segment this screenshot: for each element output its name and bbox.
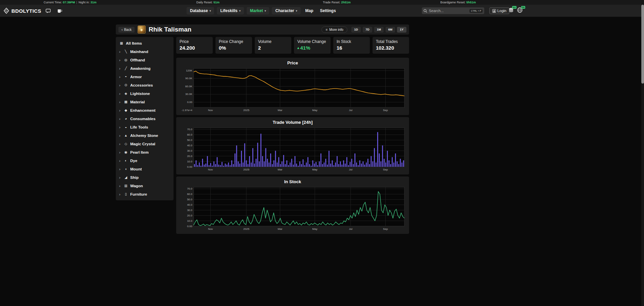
chevron-right-icon: › — [119, 50, 121, 54]
mount-icon: ◖ — [123, 167, 128, 171]
sidebar-item-alchemy-stone[interactable]: ›▲Alchemy Stone — [116, 131, 174, 140]
accessories-icon: ⊙ — [123, 83, 128, 87]
alchemy-stone-icon: ▲ — [123, 134, 128, 137]
svg-text:Nov: Nov — [208, 109, 213, 112]
sidebar-item-wagon[interactable]: ›▥Wagon — [116, 182, 174, 190]
stat-value: 2 — [258, 45, 288, 51]
svg-text:120K: 120K — [186, 69, 192, 72]
sidebar-item-life-tools[interactable]: ›◒Life Tools — [116, 123, 174, 131]
sidebar-item-lightstone[interactable]: ›◈Lightstone — [116, 89, 174, 98]
range-button-1d[interactable]: 1D — [351, 27, 361, 33]
svg-text:Sep: Sep — [383, 168, 388, 171]
sidebar-item-dye[interactable]: ›◐Dye — [116, 156, 174, 165]
search-icon — [424, 9, 427, 13]
sidebar-item-magic-crystal[interactable]: ›◇Magic Crystal — [116, 140, 174, 148]
region-selector[interactable]: NA — [508, 7, 515, 14]
nav-item-map[interactable]: Map — [303, 7, 315, 14]
login-button[interactable]: Login — [489, 7, 509, 14]
sidebar-item-mainhand[interactable]: ›╲Mainhand — [116, 47, 174, 56]
price-chart-panel: PriceNov2025MarMayJulSep120K90.0K60.0K30… — [176, 58, 409, 115]
price-chart-title: Price — [179, 59, 406, 67]
stats-row: Price24.200Price Change0%Volume2Volume C… — [176, 37, 409, 54]
mainhand-icon: ╲ — [123, 50, 128, 53]
svg-text:70.0: 70.0 — [187, 128, 192, 131]
sidebar-item-offhand[interactable]: ›◎Offhand — [116, 56, 174, 64]
nav-item-settings[interactable]: Settings — [318, 7, 338, 14]
page-title: Rhik Talisman — [149, 26, 191, 33]
chevron-right-icon: › — [119, 100, 121, 104]
chevron-right-icon: › — [119, 83, 121, 87]
nav-item-lifeskills[interactable]: Lifeskills▾ — [217, 7, 244, 14]
wagon-icon: ▥ — [123, 184, 128, 188]
sidebar-item-material[interactable]: ›▩Material — [116, 98, 174, 106]
svg-text:10.0: 10.0 — [187, 219, 192, 222]
search-input[interactable] — [429, 9, 468, 13]
sidebar-item-mount[interactable]: ›◖Mount — [116, 165, 174, 173]
sidebar-item-label: Consumables — [130, 117, 155, 121]
sidebar-item-enhancement[interactable]: ›◆Enhancement — [116, 106, 174, 114]
svg-text:May: May — [312, 168, 317, 171]
sidebar-item-accessories[interactable]: ›⊙Accessories — [116, 81, 174, 89]
chevron-left-icon: ‹ — [121, 28, 123, 32]
svg-text:90.0K: 90.0K — [185, 77, 193, 80]
stat-label: In Stock — [337, 39, 366, 44]
more-info-button[interactable]: ≡ More info — [321, 27, 347, 33]
range-button-1y[interactable]: 1Y — [397, 27, 406, 33]
life-tools-icon: ◒ — [123, 125, 128, 129]
awakening-icon: ╱ — [123, 66, 128, 70]
scrollbar-thumb[interactable] — [641, 5, 644, 84]
sidebar-item-all-items[interactable]: ▦All Items — [116, 39, 174, 47]
sidebar-item-label: Magic Crystal — [130, 142, 155, 146]
sidebar-item-consumables[interactable]: ›◕Consumables — [116, 114, 174, 123]
header-actions: ≡ More info 1D7D1M6M1Y — [321, 27, 406, 33]
armor-icon: ◓ — [123, 75, 128, 79]
coffee-icon-button[interactable] — [55, 7, 64, 14]
material-icon: ▩ — [123, 100, 128, 104]
status-bar: Current Time: 07:39PM|Night in: 31mDaily… — [0, 0, 644, 5]
stat-label: Price Change — [219, 39, 249, 44]
sidebar-item-armor[interactable]: ›◓Armor — [116, 72, 174, 81]
sidebar-item-label: Offhand — [130, 58, 145, 62]
range-button-1m[interactable]: 1M — [374, 27, 384, 33]
language-badge: EN — [521, 6, 525, 9]
bdolytics-logo — [3, 8, 9, 14]
chevron-right-icon: › — [119, 192, 121, 196]
sidebar-item-awakening[interactable]: ›╱Awakening — [116, 64, 174, 72]
layers-icon: ≡ — [326, 28, 328, 32]
stat-card-volume: Volume2 — [255, 37, 291, 54]
language-selector[interactable]: EN — [517, 7, 524, 14]
region-badge: NA — [512, 6, 516, 9]
search-box[interactable]: CTRL + P — [422, 7, 484, 14]
trade-volume-chart: Nov2025MarMayJulSep70.060.050.040.030.02… — [179, 126, 406, 172]
sidebar-item-ship[interactable]: ›◢Ship — [116, 173, 174, 182]
time-range-group: 1D7D1M6M1Y — [351, 27, 406, 33]
sidebar-item-pearl-item[interactable]: ›◉Pearl Item — [116, 148, 174, 156]
nav-item-database[interactable]: Database▾ — [187, 7, 214, 14]
nav-item-market[interactable]: Market▾ — [247, 7, 269, 14]
svg-text:60.0: 60.0 — [187, 193, 192, 196]
back-button[interactable]: ‹ Back — [118, 27, 135, 33]
range-button-7d[interactable]: 7D — [363, 27, 372, 33]
svg-text:40.0: 40.0 — [187, 144, 192, 147]
svg-text:2025: 2025 — [243, 168, 249, 171]
brand[interactable]: BDOLYTICS — [0, 8, 41, 14]
stat-label: Price — [180, 39, 209, 44]
svg-text:-1.97e+4: -1.97e+4 — [182, 109, 192, 112]
nav-item-character[interactable]: Character▾ — [272, 7, 300, 14]
stat-card-price-change: Price Change0% — [215, 37, 252, 54]
page-scrollbar[interactable] — [641, 0, 644, 306]
sidebar-item-label: Ship — [130, 175, 139, 180]
search-shortcut-badge: CTRL + P — [469, 9, 483, 13]
user-icon — [492, 9, 496, 13]
sidebar-item-furniture[interactable]: ›▯Furniture — [116, 190, 174, 198]
item-header: ‹ Back ◆ Rhik Talisman ≡ More info 1D7D1… — [116, 24, 409, 35]
chat-icon-button[interactable] — [44, 7, 53, 14]
range-button-6m[interactable]: 6M — [386, 27, 395, 33]
trend-up-icon: ▴ — [297, 46, 299, 50]
svg-text:70.0: 70.0 — [187, 187, 192, 190]
chevron-right-icon: › — [119, 125, 121, 129]
furniture-icon: ▯ — [123, 192, 128, 196]
svg-text:20.0: 20.0 — [187, 155, 192, 158]
brand-name: BDOLYTICS — [11, 8, 41, 14]
chevron-right-icon: › — [119, 175, 121, 180]
